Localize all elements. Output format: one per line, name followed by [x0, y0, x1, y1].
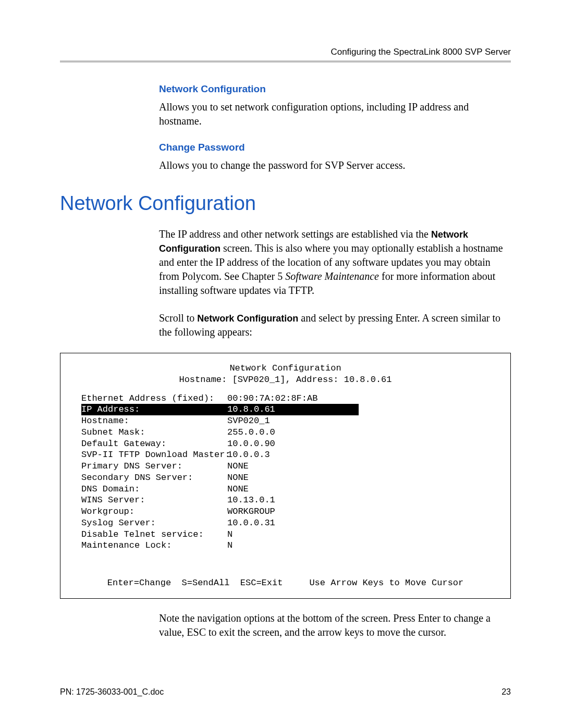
page-header-right: Configuring the SpectraLink 8000 SVP Ser…: [60, 47, 511, 57]
terminal-row: Syslog Server:10.0.0.31: [81, 517, 489, 529]
main-title: Network Configuration: [60, 192, 511, 215]
main-content: The IP address and other network setting…: [159, 227, 506, 339]
terminal-footer: Enter=Change S=SendAll ESC=Exit Use Arro…: [81, 577, 489, 589]
terminal-value: 10.0.0.31: [227, 517, 275, 529]
p1-pre: The IP address and other network setting…: [159, 228, 431, 240]
terminal-value: 10.0.0.90: [227, 438, 275, 450]
terminal-rows: Ethernet Address (fixed):00:90:7A:02:8F:…: [81, 393, 489, 552]
terminal-row: Maintenance Lock:N: [81, 540, 489, 551]
terminal-row: Default Gateway:10.0.0.90: [81, 438, 489, 450]
terminal-value: NONE: [227, 484, 249, 495]
terminal-row: Hostname:SVP020_1: [81, 415, 489, 427]
footer-left: PN: 1725-36033-001_C.doc: [60, 687, 164, 697]
terminal-row: WINS Server:10.13.0.1: [81, 495, 489, 506]
body-change-password: Allows you to change the password for SV…: [159, 158, 506, 172]
page: Configuring the SpectraLink 8000 SVP Ser…: [0, 0, 563, 728]
terminal-row: Subnet Mask:255.0.0.0: [81, 427, 489, 438]
terminal-subtitle: Hostname: [SVP020_1], Address: 10.8.0.61: [81, 374, 489, 386]
terminal-label: SVP-II TFTP Download Master:: [81, 449, 227, 461]
terminal-label: Primary DNS Server:: [81, 461, 227, 472]
subheading-change-password: Change Password: [159, 142, 506, 153]
terminal-label: Subnet Mask:: [81, 427, 227, 438]
terminal-screenshot: Network Configuration Hostname: [SVP020_…: [60, 353, 511, 599]
terminal-row: Primary DNS Server:NONE: [81, 461, 489, 472]
terminal-value: 255.0.0.0: [227, 427, 275, 438]
terminal-label: WINS Server:: [81, 495, 227, 506]
terminal-value: 10.8.0.61: [227, 404, 275, 415]
p2-bold: Network Configuration: [197, 313, 298, 324]
terminal-value: SVP020_1: [227, 415, 270, 427]
paragraph-2: Scroll to Network Configuration and sele…: [159, 311, 506, 339]
terminal-value: 00:90:7A:02:8F:AB: [227, 393, 317, 404]
terminal-row: DNS Domain:NONE: [81, 484, 489, 495]
terminal-row: Disable Telnet service:N: [81, 529, 489, 540]
terminal-value: 10.13.0.1: [227, 495, 275, 506]
terminal-row: Workgroup:WORKGROUP: [81, 506, 489, 517]
terminal-row: SVP-II TFTP Download Master:10.0.0.3: [81, 449, 489, 461]
paragraph-1: The IP address and other network setting…: [159, 227, 506, 298]
terminal-value: N: [227, 529, 232, 540]
terminal-value: NONE: [227, 461, 249, 472]
terminal-label: Ethernet Address (fixed):: [81, 393, 227, 404]
subheading-network-config: Network Configuration: [159, 83, 506, 95]
terminal-label: Disable Telnet service:: [81, 529, 227, 540]
terminal-value: WORKGROUP: [227, 506, 275, 517]
terminal-row-highlight: IP Address:10.8.0.61: [81, 404, 359, 415]
terminal-row: Secondary DNS Server:NONE: [81, 472, 489, 484]
terminal-label: IP Address:: [81, 404, 227, 415]
terminal-label: Hostname:: [81, 415, 227, 427]
terminal-label: Workgroup:: [81, 506, 227, 517]
terminal-label: Maintenance Lock:: [81, 540, 227, 551]
p2-pre: Scroll to: [159, 312, 197, 324]
section-network-config: Network Configuration Allows you to set …: [159, 83, 506, 172]
after-terminal: Note the navigation options at the botto…: [159, 611, 506, 639]
terminal-value: N: [227, 540, 232, 551]
page-footer: PN: 1725-36033-001_C.doc 23: [60, 687, 511, 697]
terminal-value: 10.0.0.3: [227, 449, 270, 461]
terminal-title: Network Configuration: [81, 363, 489, 374]
paragraph-3: Note the navigation options at the botto…: [159, 611, 506, 639]
header-rule: [60, 60, 511, 63]
footer-page-number: 23: [501, 687, 511, 697]
terminal-value: NONE: [227, 472, 249, 484]
terminal-label: Secondary DNS Server:: [81, 472, 227, 484]
terminal-row: Ethernet Address (fixed):00:90:7A:02:8F:…: [81, 393, 489, 404]
terminal-label: Syslog Server:: [81, 517, 227, 529]
body-network-config: Allows you to set network configuration …: [159, 100, 506, 128]
terminal-label: DNS Domain:: [81, 484, 227, 495]
p1-italic: Software Maintenance: [285, 270, 379, 282]
terminal-label: Default Gateway:: [81, 438, 227, 450]
